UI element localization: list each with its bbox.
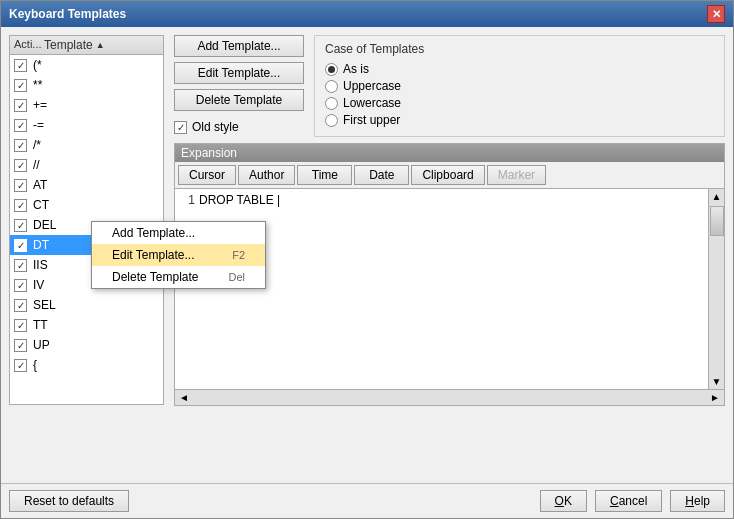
case-title: Case of Templates: [325, 42, 714, 56]
radio-label: As is: [343, 62, 369, 76]
list-item[interactable]: (*: [10, 55, 163, 75]
radio-row[interactable]: As is: [325, 62, 714, 76]
item-text: TT: [33, 318, 48, 332]
item-text: {: [33, 358, 37, 372]
radio-label: Uppercase: [343, 79, 401, 93]
list-item[interactable]: +=: [10, 95, 163, 115]
horizontal-scrollbar[interactable]: ◄ ►: [175, 389, 724, 405]
cancel-button[interactable]: Cancel: [595, 490, 662, 512]
expansion-content[interactable]: 1 DROP TABLE |: [175, 189, 708, 389]
radio-label: First upper: [343, 113, 400, 127]
expansion-title: Expansion: [175, 144, 724, 162]
item-text: -=: [33, 118, 44, 132]
list-item[interactable]: {: [10, 355, 163, 375]
context-menu-item[interactable]: Edit Template...F2: [92, 244, 265, 266]
marker-button[interactable]: Marker: [487, 165, 546, 185]
title-bar: Keyboard Templates ✕: [1, 1, 733, 27]
context-menu-item[interactable]: Add Template...: [92, 222, 265, 244]
radio-button[interactable]: [325, 80, 338, 93]
item-checkbox[interactable]: [14, 279, 27, 292]
list-items-container: (***+=-=/*//ATCTDELDTIISIVSELTTUP{: [10, 55, 163, 375]
vertical-scrollbar[interactable]: ▲ ▼: [708, 189, 724, 389]
radio-label: Lowercase: [343, 96, 401, 110]
list-item[interactable]: -=: [10, 115, 163, 135]
code-content: DROP TABLE |: [199, 193, 704, 385]
item-text: IV: [33, 278, 44, 292]
context-menu-item[interactable]: Delete TemplateDel: [92, 266, 265, 288]
expansion-toolbar: Cursor Author Time Date Clipboard Marker: [175, 162, 724, 189]
list-item[interactable]: UP: [10, 335, 163, 355]
radio-row[interactable]: Lowercase: [325, 96, 714, 110]
list-item[interactable]: **: [10, 75, 163, 95]
scroll-left-icon[interactable]: ◄: [175, 390, 193, 405]
sort-icon: ▲: [96, 40, 105, 50]
item-checkbox[interactable]: [14, 299, 27, 312]
item-checkbox[interactable]: [14, 139, 27, 152]
reset-defaults-button[interactable]: Reset to defaults: [9, 490, 129, 512]
scroll-down-icon[interactable]: ▼: [710, 374, 724, 389]
item-checkbox[interactable]: [14, 259, 27, 272]
list-item[interactable]: CT: [10, 195, 163, 215]
date-button[interactable]: Date: [354, 165, 409, 185]
item-checkbox[interactable]: [14, 159, 27, 172]
item-checkbox[interactable]: [14, 199, 27, 212]
item-text: (*: [33, 58, 42, 72]
scroll-up-icon[interactable]: ▲: [710, 189, 724, 204]
author-button[interactable]: Author: [238, 165, 295, 185]
radio-button[interactable]: [325, 114, 338, 127]
dialog-title: Keyboard Templates: [9, 7, 126, 21]
item-text: CT: [33, 198, 49, 212]
delete-template-button[interactable]: Delete Template: [174, 89, 304, 111]
ok-label: OK: [555, 494, 572, 508]
item-text: DT: [33, 238, 49, 252]
item-text: AT: [33, 178, 47, 192]
ctx-item-label: Delete Template: [112, 270, 199, 284]
list-item[interactable]: AT: [10, 175, 163, 195]
item-text: //: [33, 158, 40, 172]
help-button[interactable]: Help: [670, 490, 725, 512]
radio-button[interactable]: [325, 97, 338, 110]
cursor-button[interactable]: Cursor: [178, 165, 236, 185]
item-checkbox[interactable]: [14, 359, 27, 372]
edit-template-button[interactable]: Edit Template...: [174, 62, 304, 84]
context-menu: Add Template...Edit Template...F2Delete …: [91, 221, 266, 289]
item-checkbox[interactable]: [14, 239, 27, 252]
list-item[interactable]: /*: [10, 135, 163, 155]
radio-row[interactable]: Uppercase: [325, 79, 714, 93]
case-panel: Case of Templates As isUppercaseLowercas…: [314, 35, 725, 137]
ctx-shortcut: F2: [232, 249, 245, 261]
item-text: DEL: [33, 218, 56, 232]
item-text: +=: [33, 98, 47, 112]
list-item[interactable]: TT: [10, 315, 163, 335]
top-right: Add Template... Edit Template... Delete …: [174, 35, 725, 137]
scroll-right-icon[interactable]: ►: [706, 390, 724, 405]
ctx-shortcut: Del: [228, 271, 245, 283]
item-checkbox[interactable]: [14, 59, 27, 72]
radio-button[interactable]: [325, 63, 338, 76]
scrollbar-thumb[interactable]: [710, 206, 724, 236]
help-label: Help: [685, 494, 710, 508]
header-acti: Acti...: [14, 38, 44, 52]
item-checkbox[interactable]: [14, 319, 27, 332]
item-checkbox[interactable]: [14, 119, 27, 132]
radio-row[interactable]: First upper: [325, 113, 714, 127]
item-checkbox[interactable]: [14, 219, 27, 232]
item-checkbox[interactable]: [14, 339, 27, 352]
add-template-button[interactable]: Add Template...: [174, 35, 304, 57]
list-item[interactable]: //: [10, 155, 163, 175]
ok-button[interactable]: OK: [540, 490, 587, 512]
expansion-wrapper: 1 DROP TABLE | ▲ ▼: [175, 189, 724, 389]
list-item[interactable]: SEL: [10, 295, 163, 315]
action-buttons: Add Template... Edit Template... Delete …: [174, 35, 304, 137]
clipboard-button[interactable]: Clipboard: [411, 165, 484, 185]
close-button[interactable]: ✕: [707, 5, 725, 23]
ctx-item-label: Edit Template...: [112, 248, 195, 262]
item-checkbox[interactable]: [14, 179, 27, 192]
item-checkbox[interactable]: [14, 99, 27, 112]
old-style-checkbox[interactable]: [174, 121, 187, 134]
template-list[interactable]: Acti... Template ▲ (***+=-=/*//ATCTDELDT…: [9, 35, 164, 405]
item-text: SEL: [33, 298, 56, 312]
item-checkbox[interactable]: [14, 79, 27, 92]
item-text: **: [33, 78, 42, 92]
time-button[interactable]: Time: [297, 165, 352, 185]
